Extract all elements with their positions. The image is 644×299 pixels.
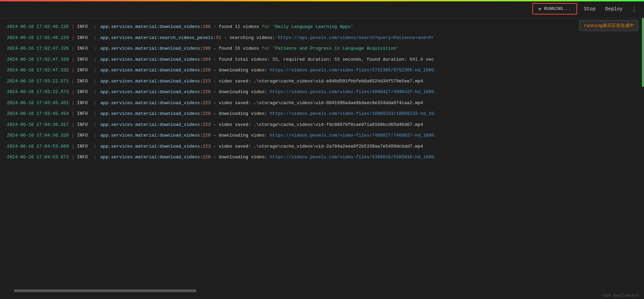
watermark: CSDN @yellow1019: [602, 293, 638, 298]
log-line: 2024-06-16 17:04:36.320 | INFO | app.ser…: [0, 130, 644, 141]
log-line: 2024-06-16 17:02:47.329 | INFO | app.ser…: [0, 54, 644, 65]
log-content: app.services.material:search_videos_pexe…: [100, 34, 434, 41]
timestamp: 2024-06-16 17:02:47.326: [7, 45, 69, 52]
log-content: app.services.material:download_videos:22…: [100, 78, 423, 85]
log-area[interactable]: 2024-06-16 17:02:46.126 | INFO | app.ser…: [0, 18, 644, 292]
timestamp: 2024-06-16 17:03:45.451: [7, 100, 69, 107]
log-content: app.services.material:download_videos:22…: [100, 89, 436, 96]
timestamp: 2024-06-16 17:04:53.872: [7, 154, 69, 161]
running-icon: ⚒: [539, 6, 541, 12]
log-level: INFO: [77, 34, 91, 41]
deploy-button[interactable]: Deploy: [603, 5, 625, 13]
log-level: INFO: [77, 132, 91, 139]
log-line: 2024-06-16 17:03:45.451 | INFO | app.ser…: [0, 98, 644, 109]
running-button[interactable]: ⚒ RUNNING...: [532, 3, 577, 14]
timestamp: 2024-06-16 17:04:36.320: [7, 132, 69, 139]
log-line: 2024-06-16 17:04:36.317 | INFO | app.ser…: [0, 119, 644, 130]
log-level: INFO: [77, 78, 91, 85]
timestamp: 2024-06-16 17:03:22.571: [7, 78, 69, 85]
stop-button[interactable]: Stop: [581, 5, 598, 13]
log-line: 2024-06-16 17:02:47.332 | INFO | app.ser…: [0, 65, 644, 76]
log-line: 2024-06-16 17:02:47.326 | INFO | app.ser…: [0, 43, 644, 54]
log-line: 2024-06-16 17:03:45.454 | INFO | app.ser…: [0, 108, 644, 119]
timestamp: 2024-06-16 17:02:46.126: [7, 23, 69, 30]
log-level: INFO: [77, 23, 91, 30]
log-level: INFO: [77, 56, 91, 63]
log-content: app.services.material:download_videos:22…: [100, 154, 436, 161]
right-scroll-indicator: [642, 18, 644, 87]
running-label: RUNNING...: [544, 6, 571, 11]
log-content: app.services.material:download_videos:22…: [100, 143, 423, 150]
log-content: app.services.material:download_videos:22…: [100, 121, 423, 128]
top-bar: ⚒ RUNNING... Stop Deploy ⋮: [0, 0, 644, 18]
log-level: INFO: [77, 143, 91, 150]
timestamp: 2024-06-16 17:02:46.129: [7, 34, 69, 41]
log-level: INFO: [77, 67, 91, 74]
log-line: 2024-06-16 17:02:46.126 | INFO | app.ser…: [0, 21, 644, 32]
log-content: app.services.material:download_videos:22…: [100, 67, 436, 74]
log-level: INFO: [77, 121, 91, 128]
log-level: INFO: [77, 110, 91, 117]
log-line: 2024-06-16 17:02:46.129 | INFO | app.ser…: [0, 32, 644, 43]
log-content: app.services.material:download_videos:22…: [100, 132, 436, 139]
horizontal-scrollbar[interactable]: [14, 289, 197, 292]
timestamp: 2024-06-16 17:02:47.332: [7, 67, 69, 74]
log-line: 2024-06-16 17:03:22.571 | INFO | app.ser…: [0, 76, 644, 87]
log-content: app.services.material:download_videos:22…: [100, 100, 423, 107]
log-line: 2024-06-16 17:03:22.573 | INFO | app.ser…: [0, 87, 644, 98]
log-level: INFO: [77, 100, 91, 107]
timestamp: 2024-06-16 17:04:36.317: [7, 121, 69, 128]
annotation-bubble: running表示正在生成中: [579, 20, 638, 31]
log-content: app.services.material:download_videos:22…: [100, 110, 436, 117]
log-content: app.services.material:download_videos:20…: [100, 56, 434, 63]
log-level: INFO: [77, 154, 91, 161]
timestamp: 2024-06-16 17:03:22.573: [7, 89, 69, 96]
log-line: 2024-06-16 17:04:53.872 | INFO | app.ser…: [0, 152, 644, 163]
log-content: app.services.material:download_videos:19…: [100, 23, 353, 30]
log-level: INFO: [77, 89, 91, 96]
timestamp: 2024-06-16 17:02:47.329: [7, 56, 69, 63]
log-content: app.services.material:download_videos:19…: [100, 45, 399, 52]
timestamp: 2024-06-16 17:04:53.869: [7, 143, 69, 150]
log-line: 2024-06-16 17:04:53.869 | INFO | app.ser…: [0, 141, 644, 152]
timestamp: 2024-06-16 17:03:45.454: [7, 110, 69, 117]
annotation-text: running表示正在生成中: [584, 23, 634, 28]
menu-button[interactable]: ⋮: [630, 4, 638, 14]
progress-indicator: [0, 0, 644, 1]
log-level: INFO: [77, 45, 91, 52]
